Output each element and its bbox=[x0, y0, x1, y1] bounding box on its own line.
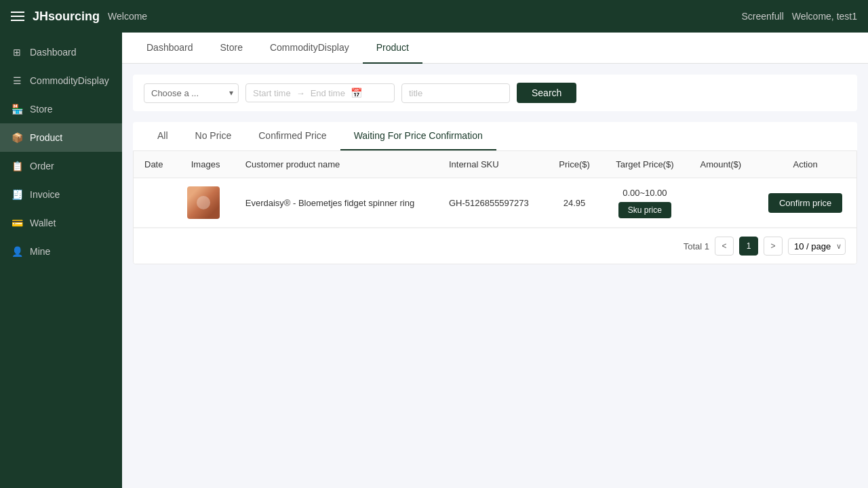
sidebar-item-order[interactable]: 📋 Order bbox=[0, 152, 122, 180]
product-table: Date Images Customer product name Intern… bbox=[134, 151, 856, 228]
sub-tab-waiting[interactable]: Waiting For Price Confirmation bbox=[340, 122, 496, 150]
sidebar-label-wallet: Wallet bbox=[30, 218, 56, 228]
screenfull-button[interactable]: Screenfull bbox=[742, 11, 784, 22]
col-amount: Amount($) bbox=[687, 151, 754, 178]
prev-page-button[interactable]: < bbox=[715, 237, 734, 256]
sidebar-item-invoice[interactable]: 🧾 Invoice bbox=[0, 180, 122, 209]
cell-price: 24.95 bbox=[547, 178, 603, 228]
main-layout: ⊞ Dashboard ☰ CommodityDisplay 🏪 Store 📦… bbox=[0, 33, 868, 488]
filter-bar: Choose a ... Start time → End time 📅 Sea… bbox=[133, 75, 857, 111]
dashboard-icon: ⊞ bbox=[11, 46, 23, 58]
price-range-value: 0.00~10.00 bbox=[613, 188, 676, 198]
sub-tab-confirmed-price[interactable]: Confirmed Price bbox=[245, 122, 340, 150]
confirm-price-button[interactable]: Confirm price bbox=[768, 193, 842, 213]
cell-product-name: Everdaisy® - Bloemetjes fidget spinner r… bbox=[235, 178, 438, 228]
date-range-picker[interactable]: Start time → End time 📅 bbox=[245, 83, 395, 102]
product-icon: 📦 bbox=[11, 131, 23, 144]
page-size-wrapper: 10 / page bbox=[788, 238, 846, 255]
sidebar-item-wallet[interactable]: 💳 Wallet bbox=[0, 209, 122, 237]
logo: JHsourcing bbox=[33, 9, 100, 24]
total-count: 1 bbox=[705, 241, 709, 251]
cell-image bbox=[176, 178, 234, 228]
header-right: Screenfull Welcome, test1 bbox=[742, 11, 858, 22]
col-internal-sku: Internal SKU bbox=[438, 151, 547, 178]
col-date: Date bbox=[134, 151, 176, 178]
nav-tab-dashboard[interactable]: Dashboard bbox=[133, 33, 207, 64]
start-time-label: Start time bbox=[253, 88, 291, 98]
order-icon: 📋 bbox=[11, 160, 23, 172]
sidebar-label-mine: Mine bbox=[30, 246, 50, 257]
col-action: Action bbox=[754, 151, 856, 178]
sidebar-label-dashboard: Dashboard bbox=[30, 47, 77, 58]
cell-date bbox=[134, 178, 176, 228]
cell-action: Confirm price bbox=[754, 178, 856, 228]
sidebar-item-commodity-display[interactable]: ☰ CommodityDisplay bbox=[0, 66, 122, 95]
invoice-icon: 🧾 bbox=[11, 188, 23, 201]
choose-select-wrapper: Choose a ... bbox=[144, 83, 239, 103]
nav-tab-store[interactable]: Store bbox=[207, 33, 256, 64]
mine-icon: 👤 bbox=[11, 245, 23, 258]
sidebar-label-commodity-display: CommodityDisplay bbox=[30, 75, 109, 86]
sidebar-label-order: Order bbox=[30, 161, 54, 171]
sidebar-label-product: Product bbox=[30, 132, 62, 143]
nav-tab-commodity[interactable]: CommodityDisplay bbox=[256, 33, 363, 64]
col-target-price: Target Price($) bbox=[602, 151, 687, 178]
search-button[interactable]: Search bbox=[517, 83, 576, 103]
page-1-button[interactable]: 1 bbox=[739, 237, 758, 256]
choose-select[interactable]: Choose a ... bbox=[144, 83, 239, 103]
username: test1 bbox=[837, 11, 857, 22]
total-label: Total 1 bbox=[684, 241, 709, 251]
welcome-user-label: Welcome, test1 bbox=[792, 11, 857, 22]
sidebar-label-invoice: Invoice bbox=[30, 189, 60, 200]
sidebar-item-mine[interactable]: 👤 Mine bbox=[0, 237, 122, 266]
sidebar-item-store[interactable]: 🏪 Store bbox=[0, 95, 122, 123]
sub-tab-no-price[interactable]: No Price bbox=[182, 122, 245, 150]
page-size-select[interactable]: 10 / page bbox=[788, 238, 846, 255]
sub-tabs: AllNo PriceConfirmed PriceWaiting For Pr… bbox=[133, 122, 857, 150]
sub-tab-all[interactable]: All bbox=[144, 122, 182, 150]
sidebar-item-product[interactable]: 📦 Product bbox=[0, 123, 122, 152]
product-thumbnail bbox=[187, 186, 220, 219]
store-icon: 🏪 bbox=[11, 103, 23, 115]
content-area: DashboardStoreCommodityDisplayProduct Ch… bbox=[122, 33, 868, 488]
sidebar-label-store: Store bbox=[30, 104, 52, 115]
header-left: JHsourcing Welcome bbox=[11, 9, 147, 24]
cell-target-price: 0.00~10.00 Sku price bbox=[602, 178, 687, 228]
table-header: Date Images Customer product name Intern… bbox=[134, 151, 856, 178]
nav-tabs: DashboardStoreCommodityDisplayProduct bbox=[122, 33, 868, 64]
nav-tab-product[interactable]: Product bbox=[363, 33, 422, 64]
table-row: Everdaisy® - Bloemetjes fidget spinner r… bbox=[134, 178, 856, 228]
cell-internal-sku: GH-5126855597273 bbox=[438, 178, 547, 228]
col-images: Images bbox=[176, 151, 234, 178]
sidebar-item-dashboard[interactable]: ⊞ Dashboard bbox=[0, 38, 122, 66]
top-header: JHsourcing Welcome Screenfull Welcome, t… bbox=[0, 0, 868, 33]
col-product-name: Customer product name bbox=[235, 151, 438, 178]
sidebar: ⊞ Dashboard ☰ CommodityDisplay 🏪 Store 📦… bbox=[0, 33, 122, 488]
product-table-container: Date Images Customer product name Intern… bbox=[133, 150, 857, 264]
next-page-button[interactable]: > bbox=[764, 237, 783, 256]
product-table-section: AllNo PriceConfirmed PriceWaiting For Pr… bbox=[133, 122, 857, 264]
end-time-label: End time bbox=[311, 88, 345, 98]
page-content: Choose a ... Start time → End time 📅 Sea… bbox=[122, 64, 868, 488]
calendar-icon: 📅 bbox=[351, 87, 362, 98]
wallet-icon: 💳 bbox=[11, 217, 23, 229]
sku-price-button[interactable]: Sku price bbox=[618, 202, 671, 218]
table-body: Everdaisy® - Bloemetjes fidget spinner r… bbox=[134, 178, 856, 228]
col-price: Price($) bbox=[547, 151, 603, 178]
commodity-display-icon: ☰ bbox=[11, 75, 23, 87]
menu-icon[interactable] bbox=[11, 12, 24, 21]
title-input[interactable] bbox=[401, 83, 510, 103]
cell-amount bbox=[687, 178, 754, 228]
pagination-bar: Total 1 < 1 > 10 / page bbox=[134, 228, 856, 264]
header-welcome: Welcome bbox=[108, 11, 147, 22]
